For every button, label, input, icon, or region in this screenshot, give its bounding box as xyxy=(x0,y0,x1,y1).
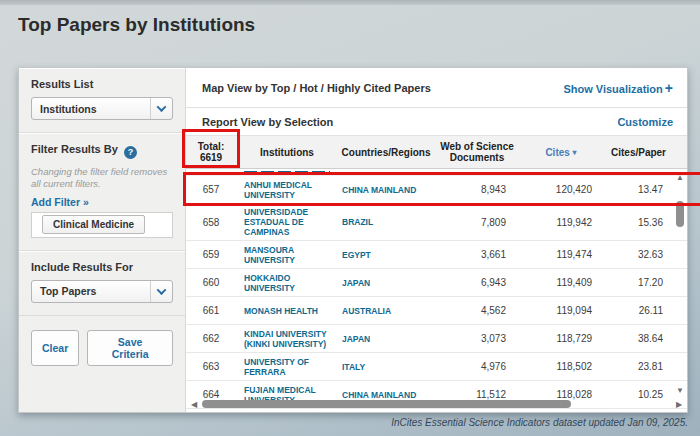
table-body: 657ANHUI MEDICAL UNIVERSITYCHINA MAINLAN… xyxy=(186,169,687,409)
save-criteria-button[interactable]: Save Criteria xyxy=(87,330,173,366)
cites-value: 119,409 xyxy=(520,277,602,288)
top-strip xyxy=(0,0,700,5)
wos-documents-value: 3,661 xyxy=(434,249,520,260)
filter-note: Changing the filter field removes all cu… xyxy=(31,166,173,190)
show-visualization-label: Show Visualization xyxy=(563,83,662,95)
vertical-scrollbar[interactable]: ▲ ▼ xyxy=(673,169,687,397)
country-link[interactable]: EGYPT xyxy=(338,250,434,260)
table-row: 659MANSOURA UNIVERSITYEGYPT3,661119,4743… xyxy=(186,241,687,269)
row-rank: 660 xyxy=(186,277,236,288)
scroll-down-icon[interactable]: ▼ xyxy=(675,386,685,395)
institution-link[interactable]: MANSOURA UNIVERSITY xyxy=(236,245,338,265)
wos-documents-value: 8,943 xyxy=(434,184,520,195)
include-results-section: Include Results For Top Papers xyxy=(19,251,185,316)
filter-section: Filter Results By ? Changing the filter … xyxy=(19,133,185,251)
wos-documents-value: 4,562 xyxy=(434,305,520,316)
include-results-value: Top Papers xyxy=(40,285,96,297)
show-visualization-link[interactable]: Show Visualization+ xyxy=(563,80,673,96)
horizontal-scrollbar-track[interactable] xyxy=(200,399,673,409)
partial-row-clipped-text xyxy=(244,171,330,174)
row-rank: 663 xyxy=(186,361,236,372)
include-results-dropdown[interactable]: Top Papers xyxy=(31,280,173,303)
table-row: 662KINDAI UNIVERSITY (KINKI UNIVERSITY)J… xyxy=(186,325,687,353)
report-view-title: Report View by Selection xyxy=(202,116,333,128)
row-rank: 658 xyxy=(186,217,236,228)
table-row: 663UNIVERSITY OF FERRARAITALY4,976118,50… xyxy=(186,353,687,381)
cites-value: 120,420 xyxy=(520,184,602,195)
country-link[interactable]: CHINA MAINLAND xyxy=(338,185,434,195)
institution-link[interactable]: UNIVERSITY OF FERRARA xyxy=(236,357,338,377)
results-list-value: Institutions xyxy=(40,103,97,115)
chevron-down-icon xyxy=(150,98,172,119)
filter-label: Filter Results By ? xyxy=(31,143,173,159)
cites-per-paper-value: 13.47 xyxy=(602,184,675,195)
content-card: Results List Institutions Filter Results… xyxy=(18,67,688,413)
scroll-left-icon[interactable]: ◀ xyxy=(188,400,200,409)
wos-documents-value: 7,809 xyxy=(434,217,520,228)
institution-link[interactable]: MONASH HEALTH xyxy=(236,306,338,316)
page-title: Top Papers by Institutions xyxy=(18,14,255,36)
institution-link[interactable]: UNIVERSIDADE ESTADUAL DE CAMPINAS xyxy=(236,207,338,237)
row-rank: 657 xyxy=(186,184,236,195)
total-count-cell: Total: 6619 xyxy=(186,141,236,163)
institution-link[interactable]: HOKKAIDO UNIVERSITY xyxy=(236,273,338,293)
total-label: Total: xyxy=(198,141,224,152)
institution-link[interactable]: KINDAI UNIVERSITY (KINKI UNIVERSITY) xyxy=(236,329,338,349)
country-link[interactable]: JAPAN xyxy=(338,278,434,288)
partial-row-clipped xyxy=(186,169,687,176)
vertical-scrollbar-thumb[interactable] xyxy=(676,201,684,227)
row-rank: 661 xyxy=(186,305,236,316)
add-filter-link[interactable]: Add Filter » xyxy=(31,196,173,208)
country-link[interactable]: BRAZIL xyxy=(338,217,434,227)
table-row: 661MONASH HEALTHAUSTRALIA4,562119,09426.… xyxy=(186,297,687,325)
country-link[interactable]: JAPAN xyxy=(338,334,434,344)
scroll-right-icon[interactable]: ▶ xyxy=(673,400,685,409)
help-icon[interactable]: ? xyxy=(124,146,137,159)
sidebar: Results List Institutions Filter Results… xyxy=(19,68,186,412)
results-list-section: Results List Institutions xyxy=(19,68,185,133)
cites-value: 119,474 xyxy=(520,249,602,260)
map-view-bar: Map View by Top / Hot / Highly Cited Pap… xyxy=(186,68,687,108)
dataset-update-note: InCites Essential Science Indicators dat… xyxy=(391,417,688,428)
cites-per-paper-value: 23.81 xyxy=(602,361,675,372)
total-value: 6619 xyxy=(200,152,222,163)
row-rank: 659 xyxy=(186,249,236,260)
cites-value: 119,942 xyxy=(520,217,602,228)
cites-value: 118,729 xyxy=(520,333,602,344)
wos-documents-value: 6,943 xyxy=(434,277,520,288)
column-header-wos-documents[interactable]: Web of Science Documents xyxy=(434,141,520,163)
report-view-bar: Report View by Selection Customize xyxy=(186,108,687,135)
clinical-medicine-filter-chip[interactable]: Clinical Medicine xyxy=(42,215,145,234)
country-link[interactable]: ITALY xyxy=(338,362,434,372)
column-header-cites-per-paper[interactable]: Cites/Paper xyxy=(602,147,675,158)
results-list-label: Results List xyxy=(31,78,173,90)
cites-header-label: Cites xyxy=(545,147,569,158)
cites-value: 118,502 xyxy=(520,361,602,372)
table-row: 657ANHUI MEDICAL UNIVERSITYCHINA MAINLAN… xyxy=(186,176,687,204)
cites-per-paper-value: 38.64 xyxy=(602,333,675,344)
results-list-dropdown[interactable]: Institutions xyxy=(31,97,173,120)
filter-label-text: Filter Results By xyxy=(31,143,118,155)
include-results-label: Include Results For xyxy=(31,261,173,273)
active-filter-box: Clinical Medicine xyxy=(31,212,173,238)
horizontal-scrollbar-thumb[interactable] xyxy=(202,400,571,408)
column-header-institutions[interactable]: Institutions xyxy=(236,147,338,158)
horizontal-scrollbar[interactable]: ◀ ▶ xyxy=(188,398,685,410)
chevron-down-icon xyxy=(150,281,172,302)
plus-icon: + xyxy=(665,80,673,96)
wos-documents-value: 3,073 xyxy=(434,333,520,344)
table-row: 658UNIVERSIDADE ESTADUAL DE CAMPINASBRAZ… xyxy=(186,204,687,241)
row-rank: 662 xyxy=(186,333,236,344)
table-row: 660HOKKAIDO UNIVERSITYJAPAN6,943119,4091… xyxy=(186,269,687,297)
wos-documents-value: 4,976 xyxy=(434,361,520,372)
scroll-up-icon[interactable]: ▲ xyxy=(675,173,685,182)
map-view-title: Map View by Top / Hot / Highly Cited Pap… xyxy=(202,82,431,94)
cites-per-paper-value: 26.11 xyxy=(602,305,675,316)
country-link[interactable]: AUSTRALIA xyxy=(338,306,434,316)
institution-link[interactable]: ANHUI MEDICAL UNIVERSITY xyxy=(236,180,338,200)
cites-per-paper-value: 15.36 xyxy=(602,217,675,228)
column-header-countries[interactable]: Countries/Regions xyxy=(338,147,434,158)
customize-link[interactable]: Customize xyxy=(617,116,673,128)
column-header-cites-sorted[interactable]: Cites ▾ xyxy=(520,147,602,158)
clear-button[interactable]: Clear xyxy=(31,330,79,366)
